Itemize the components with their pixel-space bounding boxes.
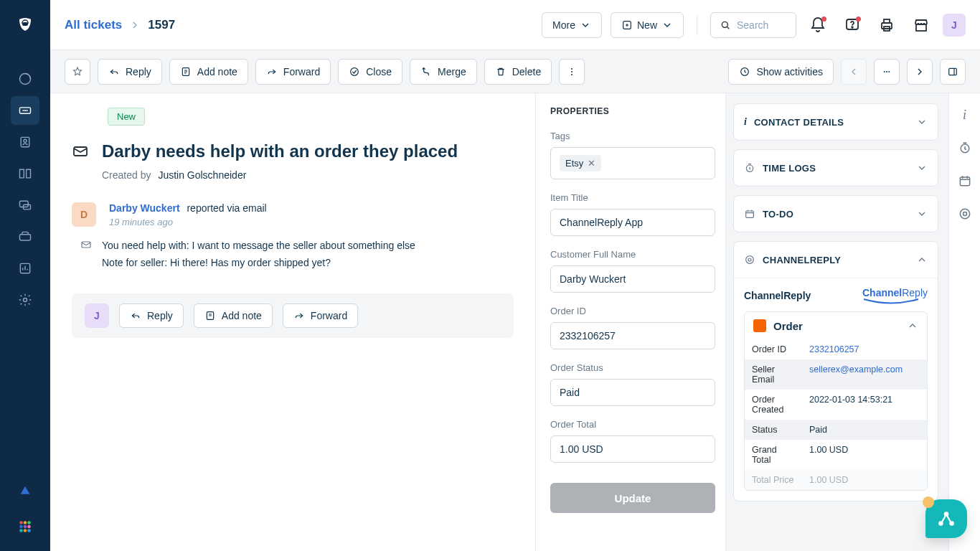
info-icon: i [744,116,747,128]
nav-solutions-icon[interactable] [11,159,39,188]
add-note-button[interactable]: Add note [169,59,248,85]
nav-social-icon[interactable] [11,222,39,251]
channelreply-accordion: CHANNELREPLY ChannelReply ChannelReply [733,241,938,501]
freshworks-icon[interactable] [11,478,39,507]
more-button[interactable]: More [542,12,602,38]
svg-point-18 [27,525,31,529]
close-button[interactable]: Close [338,59,402,85]
reporter-via: reported via email [187,202,266,214]
chevron-up-icon [916,254,928,265]
remove-tag-icon[interactable]: ✕ [588,158,595,169]
user-avatar[interactable]: J [943,14,966,37]
app-logo[interactable] [0,0,50,50]
svg-point-3 [23,110,24,111]
cr-app-name: ChannelReply [744,290,811,301]
cr-order-id-link[interactable]: 2332106257 [809,344,859,354]
nav-tickets-icon[interactable] [11,96,39,125]
ticket-body: New Darby needs help with an order they … [50,93,536,551]
update-button[interactable]: Update [550,483,715,513]
order-id-input[interactable]: 2332106257 [550,322,715,349]
order-card-header[interactable]: Order [745,312,927,339]
svg-point-7 [24,139,27,142]
channelreply-header[interactable]: CHANNELREPLY [734,242,938,278]
svg-point-53 [945,512,948,515]
app-launcher-icon[interactable] [11,512,39,541]
chevron-down-icon [916,116,928,128]
item-title-input[interactable]: ChannelReply App [550,209,715,236]
order-status-input[interactable]: Paid [550,379,715,406]
svg-point-49 [960,209,969,218]
show-activities-button[interactable]: Show activities [728,59,834,85]
marketplace-icon[interactable] [908,12,934,38]
ticket-options-button[interactable] [874,59,900,85]
clock-icon [744,162,755,174]
reply-box-reply-button[interactable]: Reply [119,303,184,328]
svg-rect-27 [884,19,890,23]
forward-button[interactable]: Forward [255,59,331,85]
mini-info-icon[interactable]: i [956,106,974,123]
reply-button[interactable]: Reply [98,59,162,85]
svg-rect-26 [882,23,892,29]
time-logs-header[interactable]: TIME LOGS [734,150,938,186]
cr-seller-email-link[interactable]: sellerex@example.com [809,364,903,375]
prev-ticket-button[interactable] [841,59,867,85]
cr-grand-total-val: 1.00 USD [802,440,927,470]
svg-point-17 [24,525,27,529]
contact-details-header[interactable]: i CONTACT DETAILS [734,104,938,140]
mini-calendar-icon[interactable] [956,172,974,189]
svg-point-50 [963,212,966,216]
svg-point-4 [25,110,26,111]
reporter-name-link[interactable]: Darby Wuckert [109,202,180,214]
reply-box-forward-button[interactable]: Forward [283,303,358,328]
calendar-icon [744,208,755,220]
nav-chat-icon[interactable] [11,191,39,220]
next-ticket-button[interactable] [907,59,933,85]
customer-name-input[interactable]: Darby Wuckert [550,265,715,293]
mail-icon [72,143,89,160]
tags-input[interactable]: Etsy✕ [550,147,715,179]
nav-settings-icon[interactable] [11,286,39,314]
svg-point-21 [27,529,31,532]
svg-rect-48 [960,177,969,186]
help-icon[interactable] [839,12,865,38]
delete-button[interactable]: Delete [484,59,552,85]
mini-clock-icon[interactable] [956,139,974,156]
printer-icon[interactable] [874,12,900,38]
expand-panel-button[interactable] [940,59,966,85]
cr-status-key: Status [745,420,802,440]
svg-point-5 [27,110,27,111]
reported-time: 19 minutes ago [109,217,267,227]
svg-point-45 [746,256,754,264]
notifications-icon[interactable] [805,12,831,38]
new-button[interactable]: New [611,12,684,38]
floating-support-button[interactable] [925,499,967,538]
notification-dot [923,496,934,508]
chevron-down-icon [916,208,928,220]
svg-point-36 [884,71,885,72]
todo-header[interactable]: TO-DO [734,196,938,232]
more-actions-button[interactable] [559,59,585,85]
nav-analytics-icon[interactable] [11,254,39,283]
topbar: All tickets 1597 More New Search [50,0,980,50]
merge-button[interactable]: Merge [410,59,477,85]
chevron-up-icon [907,320,918,331]
nav-dashboard-icon[interactable] [11,65,39,93]
reply-avatar: J [85,303,109,328]
reporter-avatar: D [72,202,96,227]
search-input[interactable]: Search [710,12,796,38]
order-total-input[interactable]: 1.00 USD [550,435,715,463]
reply-box-add-note-button[interactable]: Add note [194,303,273,328]
created-by-label: Created by [102,169,151,181]
svg-point-37 [886,71,887,72]
svg-point-13 [19,521,23,524]
channelreply-icon [744,254,755,265]
svg-point-16 [19,525,23,529]
breadcrumb-link[interactable]: All tickets [65,18,122,32]
search-placeholder: Search [737,19,768,31]
chevron-down-icon [916,162,928,174]
left-sidebar [0,0,50,551]
nav-contacts-icon[interactable] [11,128,39,156]
etsy-icon [753,319,766,332]
star-button[interactable] [65,59,90,85]
mini-channelreply-icon[interactable] [956,205,974,222]
